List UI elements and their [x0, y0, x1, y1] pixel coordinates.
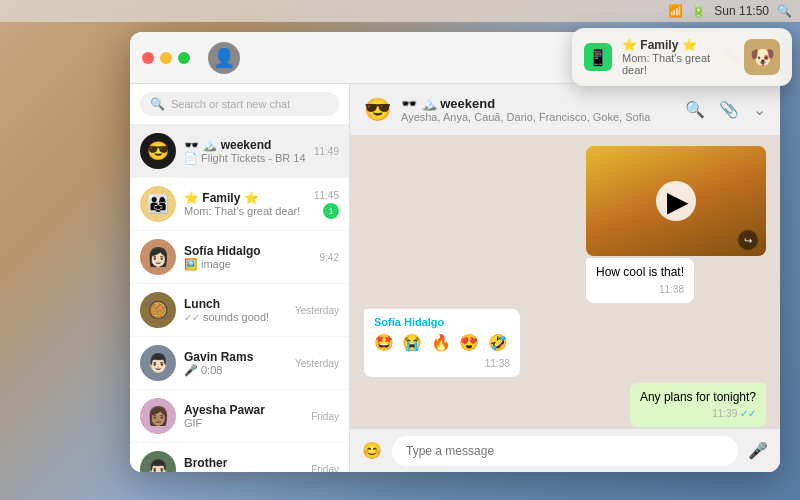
avatar-weekend: 😎 — [140, 133, 176, 169]
video-thumbnail[interactable]: ▶ ↪ — [586, 146, 766, 256]
main-content: 🔍 Search or start new chat 😎 🕶️ 🏔️ weeke… — [130, 84, 780, 472]
search-placeholder: Search or start new chat — [171, 98, 290, 110]
sofia-emoji-bubble: Sofía Hidalgo 🤩 😭 🔥 😍 🤣 11:38 — [364, 309, 520, 377]
sofia-sender-name: Sofía Hidalgo — [374, 315, 510, 330]
notification[interactable]: 📱 ⭐ Family ⭐ Mom: That's great dear! 🐶 — [572, 28, 792, 86]
chat-preview-family: Mom: That's great dear! — [184, 205, 306, 217]
message-input[interactable] — [392, 436, 738, 466]
chat-name-lunch: Lunch — [184, 297, 287, 311]
chat-preview-lunch: ✓✓ sounds good! — [184, 311, 287, 323]
chat-item-sofia[interactable]: 👩🏻 Sofía Hidalgo 🖼️ image 9:42 — [130, 231, 349, 284]
chat-name-sofia: Sofía Hidalgo — [184, 244, 312, 258]
user-avatar: 👤 — [208, 42, 240, 74]
chat-meta-ayesha: Friday — [311, 411, 339, 422]
chat-info-brother: Brother ✓ thanks! — [184, 456, 303, 472]
menubar-right: 📶 🔋 Sun 11:50 🔍 — [668, 4, 792, 18]
notification-title: ⭐ Family ⭐ — [622, 38, 734, 52]
outgoing-time: 11:39 ✓✓ — [640, 407, 756, 421]
chat-meta-sofia: 9:42 — [320, 252, 339, 263]
chat-list: 😎 🕶️ 🏔️ weekend 📄 Flight Tickets - BR 14… — [130, 125, 349, 472]
search-icon: 🔍 — [777, 4, 792, 18]
chat-item-weekend[interactable]: 😎 🕶️ 🏔️ weekend 📄 Flight Tickets - BR 14… — [130, 125, 349, 178]
chat-name-gavin: Gavin Rams — [184, 350, 287, 364]
chat-header-name: 🕶️ 🏔️ weekend — [401, 96, 675, 111]
outgoing-text: Any plans for tonight? — [640, 389, 756, 406]
chat-item-family[interactable]: 👨‍👩‍👧 ⭐ Family ⭐ Mom: That's great dear!… — [130, 178, 349, 231]
read-check: ✓✓ — [740, 408, 756, 419]
play-icon: ▶ — [667, 185, 689, 218]
chat-item-ayesha[interactable]: 👩🏽 Ayesha Pawar GIF Friday — [130, 390, 349, 443]
chat-area: 😎 🕶️ 🏔️ weekend Ayesha, Anya, Cauã, Dari… — [350, 84, 780, 472]
chat-header-actions: 🔍 📎 ⌄ — [685, 100, 766, 119]
close-button[interactable] — [142, 52, 154, 64]
doc-icon: 📄 — [184, 152, 198, 165]
chat-name-ayesha: Ayesha Pawar — [184, 403, 303, 417]
check-icon-2: ✓ — [184, 471, 192, 473]
avatar-family: 👨‍👩‍👧 — [140, 186, 176, 222]
outgoing-bubble: Any plans for tonight? 11:39 ✓✓ — [630, 383, 766, 428]
image-icon: 🖼️ — [184, 258, 198, 271]
chat-name-family: ⭐ Family ⭐ — [184, 191, 306, 205]
maximize-button[interactable] — [178, 52, 190, 64]
chat-input-bar: 😊 🎤 — [350, 428, 780, 472]
chat-header-emoji: 😎 — [364, 97, 391, 123]
chat-name-brother: Brother — [184, 456, 303, 470]
chat-name-weekend: 🕶️ 🏔️ weekend — [184, 138, 306, 152]
chat-header-info: 🕶️ 🏔️ weekend Ayesha, Anya, Cauã, Dario,… — [401, 96, 675, 123]
avatar-gavin: 👨🏻 — [140, 345, 176, 381]
chat-info-lunch: Lunch ✓✓ sounds good! — [184, 297, 287, 323]
chat-item-gavin[interactable]: 👨🏻 Gavin Rams 🎤 0:08 Yesterday — [130, 337, 349, 390]
chat-header-members: Ayesha, Anya, Cauã, Dario, Francisco, Go… — [401, 111, 675, 123]
battery-icon: 🔋 — [691, 4, 706, 18]
avatar-ayesha: 👩🏽 — [140, 398, 176, 434]
menubar: 📶 🔋 Sun 11:50 🔍 — [0, 0, 800, 22]
chat-preview-sofia: 🖼️ image — [184, 258, 312, 271]
chat-meta-brother: Friday — [311, 464, 339, 473]
chat-meta-family: 11:45 1 — [314, 190, 339, 219]
voice-button[interactable]: 🎤 — [748, 441, 768, 460]
chat-info-ayesha: Ayesha Pawar GIF — [184, 403, 303, 429]
chat-time-family: 11:45 — [314, 190, 339, 201]
forward-icon: ↪ — [744, 235, 752, 246]
chat-info-gavin: Gavin Rams 🎤 0:08 — [184, 350, 287, 377]
notification-avatar: 🐶 — [744, 39, 780, 75]
avatar-sofia: 👩🏻 — [140, 239, 176, 275]
avatar-brother: 👨🏻 — [140, 451, 176, 472]
chat-header: 😎 🕶️ 🏔️ weekend Ayesha, Anya, Cauã, Dari… — [350, 84, 780, 136]
messages-container: ▶ ↪ How cool is that! 11:38 Sofía Hidalg… — [350, 136, 780, 428]
avatar-lunch: 🥘 — [140, 292, 176, 328]
video-caption: How cool is that! — [596, 264, 684, 281]
emoji-button[interactable]: 😊 — [362, 441, 382, 460]
attach-icon[interactable]: 📎 — [719, 100, 739, 119]
chat-item-brother[interactable]: 👨🏻 Brother ✓ thanks! Friday — [130, 443, 349, 472]
video-caption-bubble: How cool is that! 11:38 — [586, 258, 694, 303]
unread-badge-family: 1 — [323, 203, 339, 219]
mic-icon: 🎤 — [184, 364, 198, 377]
clock: Sun 11:50 — [714, 4, 769, 18]
forward-icon-btn[interactable]: ↪ — [738, 230, 758, 250]
chat-preview-brother: ✓ thanks! — [184, 470, 303, 472]
more-icon[interactable]: ⌄ — [753, 100, 766, 119]
chat-preview-weekend: 📄 Flight Tickets - BR 145.pdf — [184, 152, 306, 165]
sofia-time: 11:38 — [374, 357, 510, 371]
notification-body: Mom: That's great dear! — [622, 52, 734, 76]
chat-item-lunch[interactable]: 🥘 Lunch ✓✓ sounds good! Yesterday — [130, 284, 349, 337]
chat-meta-gavin: Yesterday — [295, 358, 339, 369]
minimize-button[interactable] — [160, 52, 172, 64]
main-window: 👤 ✏️ ⌄ 🔍 Search or start new chat 😎 🕶️ — [130, 32, 780, 472]
notification-app-icon: 📱 — [584, 43, 612, 71]
search-icon: 🔍 — [150, 97, 165, 111]
search-messages-icon[interactable]: 🔍 — [685, 100, 705, 119]
video-message: ▶ ↪ How cool is that! 11:38 — [586, 146, 766, 303]
chat-preview-gavin: 🎤 0:08 — [184, 364, 287, 377]
chat-preview-ayesha: GIF — [184, 417, 303, 429]
play-button[interactable]: ▶ — [656, 181, 696, 221]
check-icon: ✓✓ — [184, 312, 200, 323]
search-box[interactable]: 🔍 Search or start new chat — [140, 92, 339, 116]
chat-info-weekend: 🕶️ 🏔️ weekend 📄 Flight Tickets - BR 145.… — [184, 138, 306, 165]
notification-content: ⭐ Family ⭐ Mom: That's great dear! — [622, 38, 734, 76]
sofia-emoji: 🤩 😭 🔥 😍 🤣 — [374, 332, 510, 354]
gif-icon: GIF — [184, 417, 202, 429]
sidebar: 🔍 Search or start new chat 😎 🕶️ 🏔️ weeke… — [130, 84, 350, 472]
chat-info-family: ⭐ Family ⭐ Mom: That's great dear! — [184, 191, 306, 217]
